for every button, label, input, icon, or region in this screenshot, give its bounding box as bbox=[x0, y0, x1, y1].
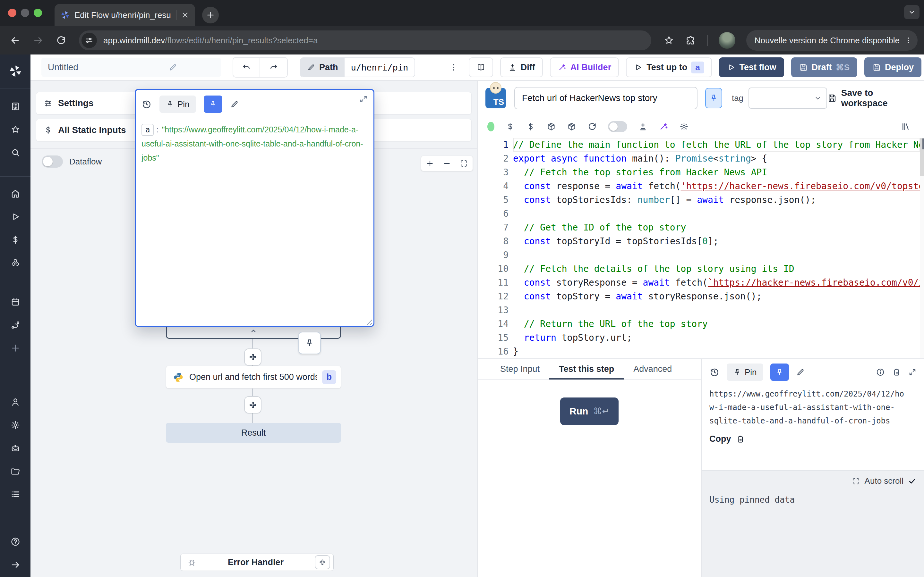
auto-scroll-control[interactable]: Auto scroll bbox=[702, 471, 924, 486]
dataflow-toggle[interactable] bbox=[42, 155, 63, 168]
edit-pin-icon[interactable] bbox=[230, 100, 239, 109]
bookmark-star-icon[interactable] bbox=[664, 35, 674, 46]
sidebar-item-star[interactable] bbox=[0, 118, 31, 141]
library-panel-icon[interactable] bbox=[901, 122, 911, 131]
edit-pin-icon[interactable] bbox=[796, 367, 805, 377]
sidebar-item-robot[interactable] bbox=[0, 437, 31, 460]
flow-name-field[interactable]: Untitled bbox=[41, 58, 221, 77]
close-window-button[interactable] bbox=[8, 9, 16, 17]
clipboard-icon[interactable] bbox=[892, 367, 901, 377]
docs-button[interactable] bbox=[469, 57, 493, 77]
tab-test-this-step[interactable]: Test this step bbox=[549, 359, 624, 379]
more-options-icon[interactable] bbox=[449, 63, 459, 72]
sidebar-item-route[interactable] bbox=[0, 314, 31, 337]
code-line[interactable]: return topStory.url; bbox=[513, 331, 920, 345]
diff-button[interactable]: Diff bbox=[500, 57, 543, 77]
pinned-indicator-badge[interactable] bbox=[298, 332, 321, 354]
sidebar-item-user[interactable] bbox=[0, 390, 31, 414]
resources-icon[interactable] bbox=[526, 122, 535, 131]
extensions-icon[interactable] bbox=[685, 35, 696, 46]
pin-active-button[interactable] bbox=[204, 95, 222, 113]
back-button[interactable] bbox=[10, 35, 21, 46]
code-line[interactable] bbox=[513, 207, 920, 221]
url-bar[interactable]: app.windmill.dev/flows/edit/u/henri/pin_… bbox=[79, 31, 651, 50]
close-tab-icon[interactable] bbox=[181, 11, 189, 19]
deploy-button[interactable]: Deploy bbox=[864, 57, 921, 77]
sidebar-item-search[interactable] bbox=[0, 141, 31, 164]
ai-builder-button[interactable]: AI Builder bbox=[550, 57, 619, 77]
code-line[interactable]: // Get the ID of the top story bbox=[513, 221, 920, 234]
sidebar-item-building[interactable] bbox=[0, 95, 31, 118]
code-line[interactable]: // Fetch the top stories from Hacker New… bbox=[513, 165, 920, 179]
run-button[interactable]: Run ⌘↵ bbox=[560, 398, 619, 425]
tag-select[interactable] bbox=[748, 87, 827, 109]
windmill-logo[interactable] bbox=[0, 55, 31, 88]
result-url-value[interactable]: https://www.geoffreylitt.com/2025/04/12/… bbox=[702, 385, 913, 428]
code-line[interactable] bbox=[513, 248, 920, 262]
sidebar-item-folder[interactable] bbox=[0, 460, 31, 483]
result-node[interactable]: Result bbox=[166, 423, 341, 443]
editor-settings-icon[interactable] bbox=[679, 122, 689, 131]
sidebar-item-dollar[interactable] bbox=[0, 228, 31, 251]
sidebar-item-cubes[interactable] bbox=[0, 251, 31, 274]
menu-dots-icon[interactable] bbox=[904, 36, 913, 45]
insert-step-button[interactable] bbox=[244, 396, 262, 414]
step-summary-input[interactable]: Fetch url of HackerNews top story bbox=[514, 87, 698, 109]
code-line[interactable]: const topStory = await storyResponse.jso… bbox=[513, 290, 920, 303]
tab-search-button[interactable] bbox=[904, 5, 919, 19]
pin-active-button[interactable] bbox=[771, 364, 789, 381]
chrome-update-button[interactable]: Nouvelle version de Chrome disponible bbox=[746, 30, 918, 51]
code-line[interactable] bbox=[513, 303, 920, 317]
typescript-language-badge[interactable]: TS bbox=[485, 88, 506, 108]
reload-button[interactable] bbox=[56, 35, 67, 46]
expand-icon[interactable] bbox=[852, 477, 860, 485]
code-line[interactable]: export async function main(): Promise<st… bbox=[513, 152, 920, 165]
tab-advanced[interactable]: Advanced bbox=[624, 359, 682, 379]
sidebar-item-calendar[interactable] bbox=[0, 290, 31, 314]
editor-toggle[interactable] bbox=[608, 121, 627, 132]
add-error-handler-button[interactable] bbox=[315, 555, 330, 569]
undo-button[interactable] bbox=[233, 58, 260, 77]
code-line[interactable]: const response = await fetch('https://ha… bbox=[513, 179, 920, 193]
minimize-window-button[interactable] bbox=[21, 9, 29, 17]
code-line[interactable]: // Return the URL of the top story bbox=[513, 317, 920, 331]
profile-avatar[interactable] bbox=[719, 32, 735, 49]
editor-scrollbar[interactable] bbox=[920, 138, 924, 358]
forward-button[interactable] bbox=[33, 35, 44, 46]
code-line[interactable]: // Define the main function to fetch the… bbox=[513, 138, 920, 152]
browser-tab[interactable]: Edit Flow u/henri/pin_results bbox=[55, 4, 195, 26]
sidebar-item-help[interactable] bbox=[0, 530, 31, 553]
code-line[interactable]: const storyResponse = await fetch(`https… bbox=[513, 276, 920, 290]
pin-toggle-button[interactable] bbox=[705, 88, 722, 108]
test-flow-button[interactable]: Test flow bbox=[719, 57, 784, 77]
expand-icon[interactable] bbox=[359, 94, 368, 104]
test-up-to-button[interactable]: Test up to a bbox=[626, 57, 712, 77]
sidebar-item-list[interactable] bbox=[0, 483, 31, 506]
sidebar-item-plus[interactable] bbox=[0, 337, 31, 359]
zoom-window-button[interactable] bbox=[34, 9, 42, 17]
pinned-json-value[interactable]: a:"https://www.geoffreylitt.com/2025/04/… bbox=[142, 122, 368, 165]
site-settings-button[interactable] bbox=[81, 33, 97, 48]
code-line[interactable]: } bbox=[513, 345, 920, 358]
fullscreen-icon[interactable] bbox=[908, 367, 917, 377]
code-line[interactable]: const topStoryId = topStoriesIds[0]; bbox=[513, 234, 920, 248]
new-tab-button[interactable] bbox=[202, 7, 219, 23]
flow-node-b[interactable]: Open url and fetch first 500 words of ..… bbox=[166, 366, 341, 388]
package-icon[interactable] bbox=[546, 122, 556, 131]
fit-view-icon[interactable] bbox=[460, 159, 468, 168]
path-button[interactable]: Path u/henri/pin bbox=[300, 57, 415, 77]
save-to-workspace-button[interactable]: Save to workspace bbox=[827, 88, 913, 108]
variables-icon[interactable] bbox=[505, 122, 515, 131]
tab-step-input[interactable]: Step Input bbox=[491, 359, 549, 379]
sidebar-item-gear[interactable] bbox=[0, 414, 31, 437]
zoom-in-icon[interactable] bbox=[426, 159, 434, 168]
info-icon[interactable] bbox=[876, 367, 885, 377]
zoom-out-icon[interactable] bbox=[443, 159, 451, 168]
history-icon[interactable] bbox=[142, 99, 152, 109]
error-handler-node[interactable]: Error Handler bbox=[180, 554, 334, 571]
chevron-up-icon[interactable] bbox=[249, 327, 258, 335]
code-line[interactable]: const topStoriesIds: number[] = await re… bbox=[513, 193, 920, 207]
code-line[interactable]: // Fetch the details of the top story us… bbox=[513, 262, 920, 276]
code-editor[interactable]: 12345678910111213141516 // Define the ma… bbox=[478, 138, 924, 358]
sidebar-item-arrow-right[interactable] bbox=[0, 553, 31, 576]
